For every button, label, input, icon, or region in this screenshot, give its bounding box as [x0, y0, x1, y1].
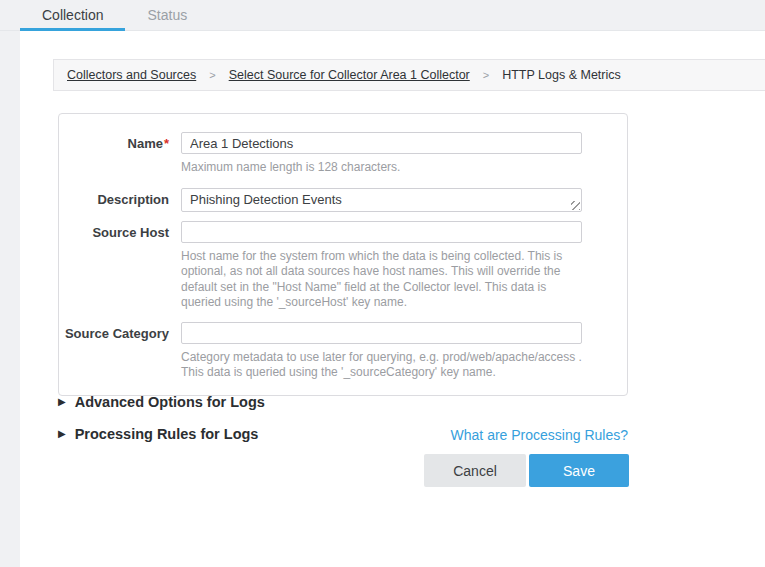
breadcrumb-current-page: HTTP Logs & Metrics: [502, 68, 621, 82]
what-are-processing-rules-link[interactable]: What are Processing Rules?: [451, 427, 628, 443]
source-host-input[interactable]: [181, 221, 582, 243]
triangle-right-icon: ▶: [58, 397, 66, 407]
tab-collection-label: Collection: [42, 7, 103, 23]
name-label: Name*: [59, 132, 181, 176]
source-category-label: Source Category: [59, 322, 181, 381]
advanced-options-section-toggle[interactable]: ▶ Advanced Options for Logs: [58, 394, 265, 410]
source-config-page: Collection Status Collectors and Sources…: [0, 0, 765, 567]
source-category-field-row: Source Category Category metadata to use…: [59, 322, 627, 381]
source-category-helper-text: Category metadata to use later for query…: [181, 350, 582, 381]
source-host-helper-text: Host name for the system from which the …: [181, 249, 582, 311]
advanced-options-label: Advanced Options for Logs: [75, 394, 265, 410]
description-field-row: Description Phishing Detection Events: [59, 188, 627, 212]
breadcrumb-separator: >: [483, 69, 489, 81]
processing-rules-label: Processing Rules for Logs: [75, 426, 259, 442]
name-field-row: Name* Maximum name length is 128 charact…: [59, 132, 627, 176]
description-textarea[interactable]: Phishing Detection Events: [181, 188, 582, 212]
breadcrumb-collectors-link[interactable]: Collectors and Sources: [67, 68, 196, 82]
triangle-right-icon: ▶: [58, 429, 66, 439]
source-category-input[interactable]: [181, 322, 582, 344]
breadcrumb-select-source-link[interactable]: Select Source for Collector Area 1 Colle…: [229, 68, 470, 82]
name-input[interactable]: [181, 132, 582, 154]
source-host-field-row: Source Host Host name for the system fro…: [59, 221, 627, 311]
cancel-button[interactable]: Cancel: [424, 454, 526, 487]
description-label: Description: [59, 188, 181, 212]
tab-status-label: Status: [147, 7, 187, 23]
source-host-label: Source Host: [59, 221, 181, 311]
required-asterisk: *: [164, 136, 169, 151]
name-helper-text: Maximum name length is 128 characters.: [181, 160, 582, 176]
source-form-panel: Name* Maximum name length is 128 charact…: [58, 113, 628, 396]
tab-status[interactable]: Status: [125, 0, 209, 30]
content-sheet: Collectors and Sources > Select Source f…: [20, 31, 765, 567]
processing-rules-section-toggle[interactable]: ▶ Processing Rules for Logs: [58, 426, 258, 442]
save-button[interactable]: Save: [529, 454, 629, 487]
top-tab-bar: Collection Status: [0, 0, 765, 31]
breadcrumb: Collectors and Sources > Select Source f…: [53, 59, 765, 91]
form-action-buttons: Cancel Save: [424, 454, 629, 487]
tab-collection[interactable]: Collection: [20, 0, 125, 30]
breadcrumb-separator: >: [209, 69, 215, 81]
